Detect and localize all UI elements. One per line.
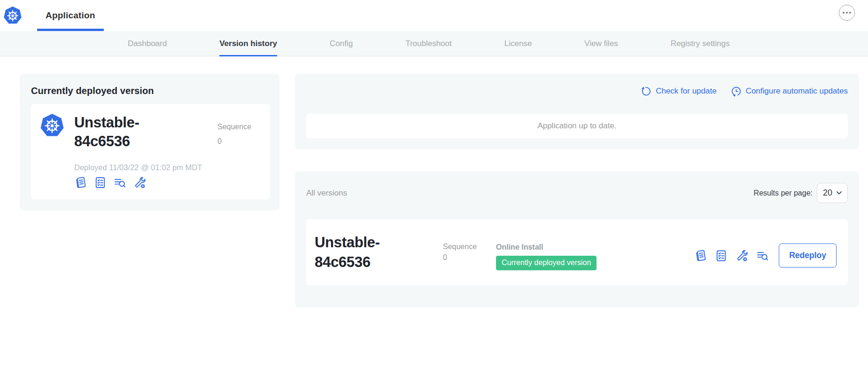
sequence-value: 0 <box>443 253 483 262</box>
release-notes-icon[interactable] <box>74 176 87 189</box>
tab-license[interactable]: License <box>504 31 532 56</box>
check-for-update-button[interactable]: Check for update <box>641 86 716 97</box>
preflight-checks-icon[interactable] <box>715 249 728 262</box>
currently-deployed-title: Currently deployed version <box>31 86 270 96</box>
version-title: Unstable-84c6536 <box>315 233 416 272</box>
kubernetes-icon <box>3 6 22 25</box>
app-header: Application <box>0 0 868 31</box>
app-tab[interactable]: Application <box>37 0 104 31</box>
deployed-timestamp: Deployed 11/03/22 @ 01:02 pm MDT <box>74 163 261 172</box>
install-type: Online Install <box>496 243 597 251</box>
configure-automatic-updates-label: Configure automatic updates <box>746 86 848 96</box>
chevron-down-icon <box>837 191 842 195</box>
deployed-version-card: Unstable-84c6536 Sequence 0 Deployed 11/… <box>31 104 270 199</box>
release-notes-icon[interactable] <box>694 249 707 262</box>
update-status-message: Application up to date. <box>306 114 848 138</box>
refresh-icon <box>641 86 651 97</box>
edit-config-icon[interactable] <box>736 249 748 262</box>
tab-troubleshoot[interactable]: Troubleshoot <box>405 31 452 56</box>
redeploy-button[interactable]: Redeploy <box>779 243 837 267</box>
edit-config-icon[interactable] <box>133 176 146 189</box>
tab-dashboard[interactable]: Dashboard <box>128 31 167 56</box>
deployed-version-title: Unstable-84c6536 <box>74 113 166 151</box>
version-row: Unstable-84c6536 Sequence 0 Online Insta… <box>306 219 848 285</box>
results-per-page-select[interactable]: 20 <box>817 183 848 203</box>
preflight-checks-icon[interactable] <box>94 176 107 189</box>
nav-tabs: Dashboard Version history Config Trouble… <box>0 31 868 56</box>
configure-automatic-updates-button[interactable]: Configure automatic updates <box>731 86 848 97</box>
sequence-value: 0 <box>217 137 261 146</box>
all-versions-panel: All versions Results per page: 20 Unstab… <box>295 172 859 307</box>
scheduled-update-icon <box>731 86 742 97</box>
kubernetes-icon <box>40 113 64 138</box>
all-versions-title: All versions <box>306 188 347 198</box>
tab-view-files[interactable]: View files <box>584 31 618 56</box>
app-title: Application <box>46 10 95 21</box>
results-per-page-value: 20 <box>823 188 832 198</box>
tab-version-history[interactable]: Version history <box>219 31 277 56</box>
tab-registry-settings[interactable]: Registry settings <box>671 31 730 56</box>
currently-deployed-panel: Currently deployed version Unstable-84c6… <box>20 74 279 211</box>
check-for-update-label: Check for update <box>656 86 716 96</box>
sequence-label: Sequence <box>443 243 483 251</box>
ellipsis-icon[interactable] <box>839 5 855 21</box>
tab-config[interactable]: Config <box>330 31 353 56</box>
deploy-logs-icon[interactable] <box>756 249 769 262</box>
results-per-page-label: Results per page: <box>754 189 813 197</box>
status-badge: Currently deployed version <box>496 256 597 270</box>
sequence-label: Sequence <box>217 123 261 131</box>
updates-panel: Check for update Configure automatic upd… <box>295 74 859 149</box>
deploy-logs-icon[interactable] <box>114 176 126 189</box>
